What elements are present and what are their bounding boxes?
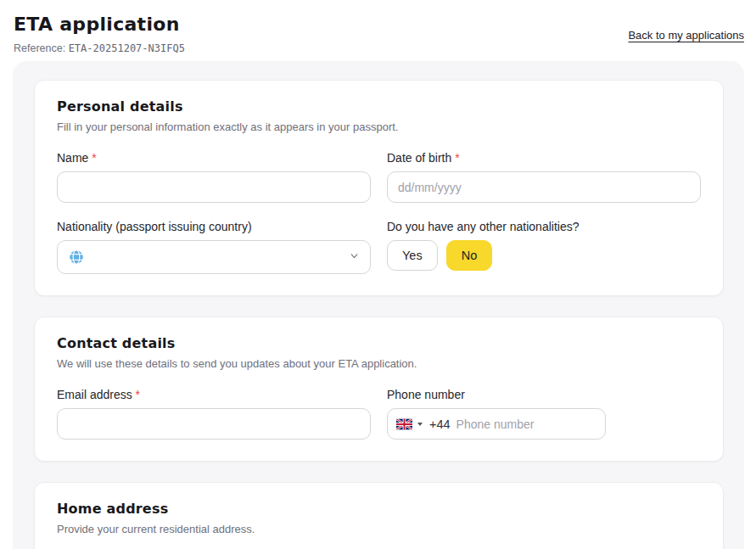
personal-details-title: Personal details [57,98,701,115]
page-header: ETA application Reference: ETA-20251207-… [0,0,756,61]
name-label: Name * [57,151,371,165]
home-address-subtitle: Provide your current residential address… [57,523,701,535]
required-asterisk: * [92,151,96,165]
name-field: Name * [57,151,371,203]
nationality-field: Nationality (passport issuing country) [57,220,371,274]
other-nationalities-field: Do you have any other nationalities? Yes… [387,220,701,274]
reference: Reference: ETA-20251207-N3IFQ5 [14,42,742,54]
reference-label: Reference: [14,42,65,54]
dob-input[interactable] [387,171,701,203]
email-label: Email address * [57,388,371,401]
uk-flag-icon [396,418,412,430]
personal-details-subtitle: Fill in your personal information exactl… [57,120,701,133]
nationality-select[interactable] [57,240,371,274]
required-asterisk: * [455,151,459,165]
yes-button[interactable]: Yes [387,240,438,271]
contact-details-title: Contact details [57,335,701,351]
dial-code: +44 [429,417,451,431]
back-to-applications-link[interactable]: Back to my applications [628,29,744,42]
nationality-label: Nationality (passport issuing country) [57,220,371,233]
phone-input-group: +44 [387,408,606,440]
reference-value: ETA-20251207-N3IFQ5 [69,42,185,54]
home-address-title: Home address [57,501,701,517]
required-asterisk: * [136,388,140,401]
form-panel: Personal details Fill in your personal i… [13,61,744,549]
globe-icon [68,249,85,266]
dob-label: Date of birth * [387,151,701,165]
email-input[interactable] [57,408,371,440]
other-nationalities-label: Do you have any other nationalities? [387,220,701,233]
dob-field: Date of birth * [387,151,701,203]
phone-country-selector[interactable] [396,418,423,430]
phone-input[interactable] [451,417,596,431]
no-button[interactable]: No [446,240,493,271]
phone-label: Phone number [387,388,701,401]
home-address-card: Home address Provide your current reside… [34,482,724,549]
personal-details-card: Personal details Fill in your personal i… [34,80,724,296]
dropdown-arrow-icon [417,423,423,426]
name-input[interactable] [57,171,371,203]
contact-details-subtitle: We will use these details to send you up… [57,357,701,370]
email-field: Email address * [57,388,371,440]
chevron-down-icon [349,249,360,265]
contact-details-card: Contact details We will use these detail… [34,317,724,462]
phone-field: Phone number [387,388,701,440]
